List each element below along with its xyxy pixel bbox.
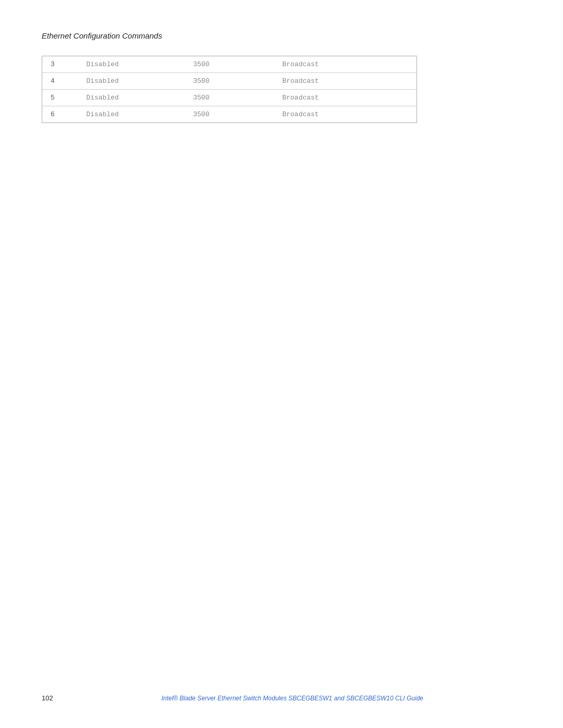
row-type: Broadcast xyxy=(274,73,417,90)
page-number: 102 xyxy=(42,694,53,702)
row-value: 3500 xyxy=(185,56,274,73)
row-value: 3500 xyxy=(185,106,274,123)
row-status: Disabled xyxy=(78,56,185,73)
row-type: Broadcast xyxy=(274,106,417,123)
row-number: 6 xyxy=(42,106,78,123)
row-value: 3500 xyxy=(185,90,274,106)
row-status: Disabled xyxy=(78,106,185,123)
row-number: 5 xyxy=(42,90,78,106)
page-container: Ethernet Configuration Commands 3Disable… xyxy=(0,0,563,728)
page-footer: 102 Intel® Blade Server Ethernet Switch … xyxy=(42,694,521,702)
table-row: 6Disabled3500Broadcast xyxy=(42,106,417,123)
row-number: 4 xyxy=(42,73,78,90)
row-type: Broadcast xyxy=(274,56,417,73)
table-row: 5Disabled3500Broadcast xyxy=(42,90,417,106)
table-row: 3Disabled3500Broadcast xyxy=(42,56,417,73)
table-row: 4Disabled3500Broadcast xyxy=(42,73,417,90)
row-number: 3 xyxy=(42,56,78,73)
section-title: Ethernet Configuration Commands xyxy=(42,31,521,40)
row-type: Broadcast xyxy=(274,90,417,106)
footer-title: Intel® Blade Server Ethernet Switch Modu… xyxy=(64,695,521,702)
row-status: Disabled xyxy=(78,73,185,90)
row-value: 3500 xyxy=(185,73,274,90)
row-status: Disabled xyxy=(78,90,185,106)
cli-table-container: 3Disabled3500Broadcast4Disabled3500Broad… xyxy=(42,56,417,123)
cli-table: 3Disabled3500Broadcast4Disabled3500Broad… xyxy=(42,56,417,122)
